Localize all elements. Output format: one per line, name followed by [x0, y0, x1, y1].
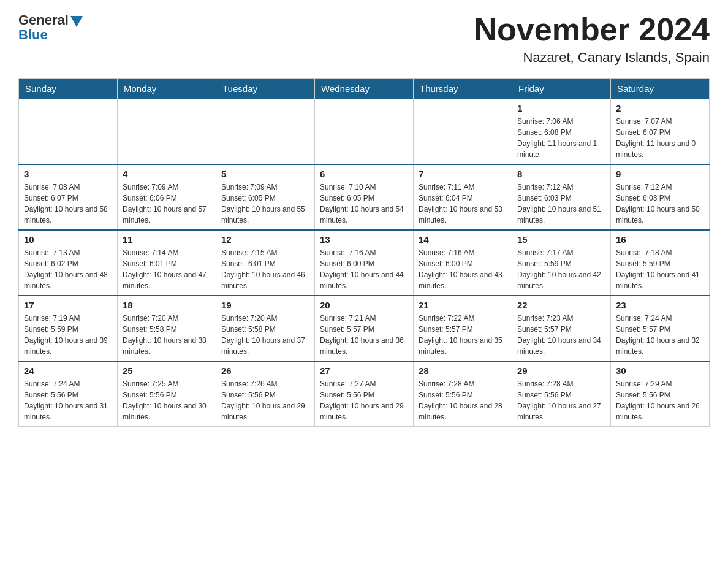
logo-blue-text: Blue: [18, 27, 48, 43]
day-number: 11: [123, 234, 211, 245]
calendar-header-wednesday: Wednesday: [315, 79, 414, 99]
day-number: 25: [123, 366, 211, 376]
day-number: 14: [419, 234, 507, 245]
day-info: Sunrise: 7:21 AM Sunset: 5:57 PM Dayligh…: [320, 313, 408, 357]
day-cell: 22Sunrise: 7:23 AM Sunset: 5:57 PM Dayli…: [512, 296, 611, 361]
week-row-3: 10Sunrise: 7:13 AM Sunset: 6:02 PM Dayli…: [19, 230, 710, 296]
day-number: 16: [616, 234, 704, 245]
day-info: Sunrise: 7:15 AM Sunset: 6:01 PM Dayligh…: [221, 247, 309, 291]
day-info: Sunrise: 7:13 AM Sunset: 6:02 PM Dayligh…: [24, 247, 112, 291]
logo: General Blue: [18, 12, 83, 43]
day-info: Sunrise: 7:17 AM Sunset: 5:59 PM Dayligh…: [517, 247, 605, 291]
day-info: Sunrise: 7:25 AM Sunset: 5:56 PM Dayligh…: [123, 378, 211, 423]
day-cell: 10Sunrise: 7:13 AM Sunset: 6:02 PM Dayli…: [19, 230, 118, 296]
day-number: 18: [123, 300, 211, 310]
day-info: Sunrise: 7:24 AM Sunset: 5:56 PM Dayligh…: [24, 378, 112, 423]
day-number: 13: [320, 234, 408, 245]
calendar-header-thursday: Thursday: [414, 79, 512, 99]
day-info: Sunrise: 7:06 AM Sunset: 6:08 PM Dayligh…: [517, 116, 605, 160]
day-cell: 20Sunrise: 7:21 AM Sunset: 5:57 PM Dayli…: [315, 296, 414, 361]
day-number: 1: [517, 103, 605, 113]
day-number: 17: [24, 300, 112, 310]
day-info: Sunrise: 7:28 AM Sunset: 5:56 PM Dayligh…: [517, 378, 605, 423]
day-number: 4: [123, 169, 211, 179]
day-number: 7: [419, 169, 507, 179]
day-cell: 16Sunrise: 7:18 AM Sunset: 5:59 PM Dayli…: [611, 230, 710, 296]
day-info: Sunrise: 7:10 AM Sunset: 6:05 PM Dayligh…: [320, 182, 408, 226]
page-header: General Blue November 2024 Nazaret, Cana…: [18, 12, 710, 66]
day-cell: 19Sunrise: 7:20 AM Sunset: 5:58 PM Dayli…: [216, 296, 315, 361]
day-number: 2: [616, 103, 704, 113]
week-row-1: 1Sunrise: 7:06 AM Sunset: 6:08 PM Daylig…: [19, 99, 710, 165]
calendar-header-saturday: Saturday: [611, 79, 710, 99]
day-cell: 18Sunrise: 7:20 AM Sunset: 5:58 PM Dayli…: [118, 296, 216, 361]
calendar-title: November 2024: [474, 12, 710, 47]
day-cell: 9Sunrise: 7:12 AM Sunset: 6:03 PM Daylig…: [611, 164, 710, 230]
day-info: Sunrise: 7:20 AM Sunset: 5:58 PM Dayligh…: [221, 313, 309, 357]
day-cell: 25Sunrise: 7:25 AM Sunset: 5:56 PM Dayli…: [118, 361, 216, 427]
day-info: Sunrise: 7:12 AM Sunset: 6:03 PM Dayligh…: [517, 182, 605, 226]
day-cell: 8Sunrise: 7:12 AM Sunset: 6:03 PM Daylig…: [512, 164, 611, 230]
day-info: Sunrise: 7:20 AM Sunset: 5:58 PM Dayligh…: [123, 313, 211, 357]
day-number: 27: [320, 366, 408, 376]
day-number: 21: [419, 300, 507, 310]
day-number: 10: [24, 234, 112, 245]
day-info: Sunrise: 7:11 AM Sunset: 6:04 PM Dayligh…: [419, 182, 507, 226]
day-cell: 13Sunrise: 7:16 AM Sunset: 6:00 PM Dayli…: [315, 230, 414, 296]
day-cell: 27Sunrise: 7:27 AM Sunset: 5:56 PM Dayli…: [315, 361, 414, 427]
day-info: Sunrise: 7:29 AM Sunset: 5:56 PM Dayligh…: [616, 378, 704, 423]
calendar-header-monday: Monday: [118, 79, 216, 99]
day-number: 9: [616, 169, 704, 179]
day-cell: 24Sunrise: 7:24 AM Sunset: 5:56 PM Dayli…: [19, 361, 118, 427]
day-info: Sunrise: 7:16 AM Sunset: 6:00 PM Dayligh…: [320, 247, 408, 291]
day-info: Sunrise: 7:26 AM Sunset: 5:56 PM Dayligh…: [221, 378, 309, 423]
day-cell: 23Sunrise: 7:24 AM Sunset: 5:57 PM Dayli…: [611, 296, 710, 361]
day-cell: [315, 99, 414, 165]
day-number: 15: [517, 234, 605, 245]
day-cell: [19, 99, 118, 165]
day-cell: 21Sunrise: 7:22 AM Sunset: 5:57 PM Dayli…: [414, 296, 512, 361]
day-cell: 7Sunrise: 7:11 AM Sunset: 6:04 PM Daylig…: [414, 164, 512, 230]
day-number: 28: [419, 366, 507, 376]
calendar-table: SundayMondayTuesdayWednesdayThursdayFrid…: [18, 78, 710, 427]
day-info: Sunrise: 7:22 AM Sunset: 5:57 PM Dayligh…: [419, 313, 507, 357]
logo-general-text: General: [18, 12, 69, 28]
day-number: 3: [24, 169, 112, 179]
day-number: 29: [517, 366, 605, 376]
day-cell: 17Sunrise: 7:19 AM Sunset: 5:59 PM Dayli…: [19, 296, 118, 361]
day-number: 12: [221, 234, 309, 245]
day-number: 6: [320, 169, 408, 179]
day-number: 24: [24, 366, 112, 376]
day-number: 22: [517, 300, 605, 310]
week-row-5: 24Sunrise: 7:24 AM Sunset: 5:56 PM Dayli…: [19, 361, 710, 427]
day-info: Sunrise: 7:12 AM Sunset: 6:03 PM Dayligh…: [616, 182, 704, 226]
day-info: Sunrise: 7:18 AM Sunset: 5:59 PM Dayligh…: [616, 247, 704, 291]
day-info: Sunrise: 7:14 AM Sunset: 6:01 PM Dayligh…: [123, 247, 211, 291]
title-block: November 2024 Nazaret, Canary Islands, S…: [474, 12, 710, 66]
day-cell: [118, 99, 216, 165]
day-cell: 30Sunrise: 7:29 AM Sunset: 5:56 PM Dayli…: [611, 361, 710, 427]
day-cell: 26Sunrise: 7:26 AM Sunset: 5:56 PM Dayli…: [216, 361, 315, 427]
day-cell: 5Sunrise: 7:09 AM Sunset: 6:05 PM Daylig…: [216, 164, 315, 230]
day-number: 5: [221, 169, 309, 179]
day-cell: 11Sunrise: 7:14 AM Sunset: 6:01 PM Dayli…: [118, 230, 216, 296]
day-cell: [414, 99, 512, 165]
day-info: Sunrise: 7:08 AM Sunset: 6:07 PM Dayligh…: [24, 182, 112, 226]
calendar-header-sunday: Sunday: [19, 79, 118, 99]
day-number: 20: [320, 300, 408, 310]
day-info: Sunrise: 7:23 AM Sunset: 5:57 PM Dayligh…: [517, 313, 605, 357]
day-number: 26: [221, 366, 309, 376]
day-cell: 2Sunrise: 7:07 AM Sunset: 6:07 PM Daylig…: [611, 99, 710, 165]
logo-triangle-icon: [70, 16, 83, 27]
calendar-subtitle: Nazaret, Canary Islands, Spain: [474, 50, 710, 66]
day-number: 30: [616, 366, 704, 376]
calendar-header-tuesday: Tuesday: [216, 79, 315, 99]
day-cell: 6Sunrise: 7:10 AM Sunset: 6:05 PM Daylig…: [315, 164, 414, 230]
day-cell: 14Sunrise: 7:16 AM Sunset: 6:00 PM Dayli…: [414, 230, 512, 296]
week-row-4: 17Sunrise: 7:19 AM Sunset: 5:59 PM Dayli…: [19, 296, 710, 361]
day-cell: 28Sunrise: 7:28 AM Sunset: 5:56 PM Dayli…: [414, 361, 512, 427]
day-info: Sunrise: 7:24 AM Sunset: 5:57 PM Dayligh…: [616, 313, 704, 357]
day-cell: 15Sunrise: 7:17 AM Sunset: 5:59 PM Dayli…: [512, 230, 611, 296]
day-number: 8: [517, 169, 605, 179]
week-row-2: 3Sunrise: 7:08 AM Sunset: 6:07 PM Daylig…: [19, 164, 710, 230]
